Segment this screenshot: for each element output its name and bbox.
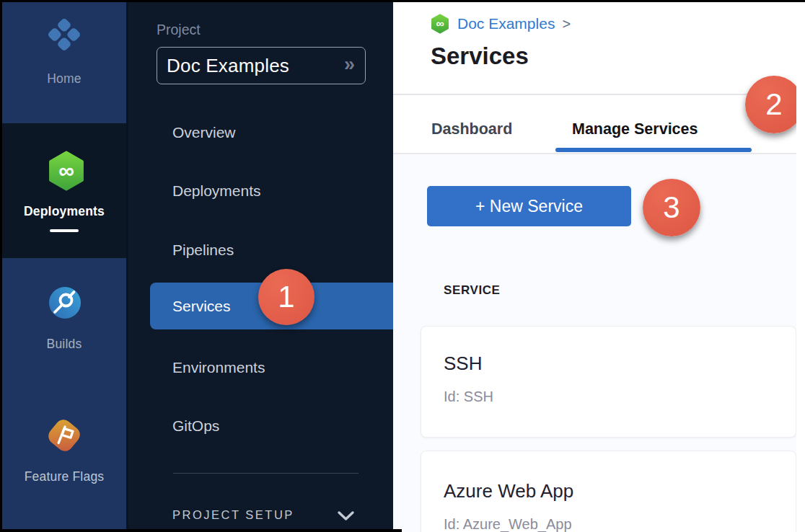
service-column-header: SERVICE	[444, 283, 501, 298]
module-rail: Home ∞ Deployments Builds Feature Flags	[2, 2, 128, 529]
builds-icon[interactable]	[48, 285, 82, 320]
breadcrumb-project-link[interactable]: Doc Examples	[457, 15, 555, 32]
frame-border-bottom	[0, 529, 402, 532]
chevron-down-icon	[336, 510, 356, 522]
sidebar-item-home[interactable]: Home	[2, 71, 126, 87]
main-content: ∞ Doc Examples > Services Dashboard Mana…	[393, 2, 796, 532]
sidebar-item-services-label: Services	[172, 283, 231, 329]
frame-border-left	[0, 0, 2, 532]
project-selector-value: Doc Examples	[167, 55, 344, 77]
sidebar-item-gitops[interactable]: GitOps	[172, 415, 219, 437]
new-service-button[interactable]: + New Service	[427, 186, 631, 226]
annotation-badge-3: 3	[643, 179, 700, 236]
frame-border-top	[0, 0, 805, 2]
service-card-ssh[interactable]: SSH Id: SSH	[421, 326, 796, 438]
svg-text:∞: ∞	[436, 17, 444, 30]
sidebar-divider	[173, 473, 358, 474]
header-divider	[393, 94, 796, 95]
right-gutter	[796, 2, 805, 532]
feature-flags-icon[interactable]	[46, 417, 82, 453]
annotation-badge-1: 1	[258, 269, 314, 325]
service-card-azure-web-app[interactable]: Azure Web App Id: Azure_Web_App	[421, 451, 796, 532]
tab-dashboard[interactable]: Dashboard	[431, 118, 512, 141]
project-selector[interactable]: Doc Examples »	[157, 47, 366, 84]
breadcrumb: ∞ Doc Examples >	[430, 13, 571, 35]
tab-bar-divider	[393, 153, 796, 154]
service-id: Id: Azure_Web_App	[444, 516, 572, 532]
sidebar-item-pipelines[interactable]: Pipelines	[172, 239, 234, 261]
service-name: SSH	[444, 353, 482, 375]
deployments-icon[interactable]: ∞	[46, 151, 87, 191]
project-hexagon-icon: ∞	[430, 14, 450, 34]
breadcrumb-separator-icon: >	[562, 16, 571, 32]
sidebar-item-overview[interactable]: Overview	[172, 122, 236, 143]
sidebar-item-deployments[interactable]: Deployments	[2, 204, 126, 219]
sidebar-item-environments[interactable]: Environments	[172, 357, 265, 378]
svg-text:∞: ∞	[58, 159, 74, 182]
sidebar-item-feature-flags[interactable]: Feature Flags	[2, 469, 126, 484]
annotation-badge-2: 2	[745, 76, 796, 133]
project-setup-toggle[interactable]: PROJECT SETUP	[172, 506, 360, 526]
active-tab-underline	[555, 148, 752, 152]
service-name: Azure Web App	[444, 480, 573, 502]
home-icon[interactable]	[44, 14, 84, 55]
project-sidebar: Project Doc Examples » Overview Deployme…	[128, 2, 393, 529]
sidebar-item-deployments-project[interactable]: Deployments	[172, 180, 261, 202]
service-id: Id: SSH	[444, 389, 493, 405]
project-setup-label: PROJECT SETUP	[172, 508, 294, 522]
project-section-label: Project	[157, 22, 201, 38]
sidebar-item-builds[interactable]: Builds	[2, 337, 126, 352]
deployments-active-underline	[50, 229, 79, 232]
double-chevron-icon: »	[344, 55, 355, 77]
tab-manage-services[interactable]: Manage Services	[572, 118, 698, 141]
page-title: Services	[431, 43, 529, 70]
app-window: Home ∞ Deployments Builds Feature Flags …	[0, 0, 805, 532]
